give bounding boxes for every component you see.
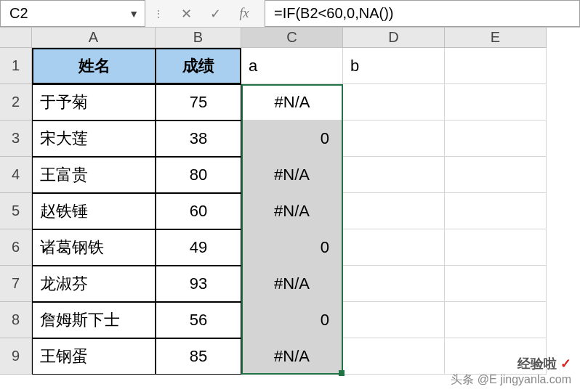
spreadsheet-grid: A B C D E 1 2 3 4 5 6 7 8 9 姓名 成绩 a b <box>0 28 580 375</box>
cell-result[interactable]: 0 <box>241 229 343 266</box>
cell-c1[interactable]: a <box>241 48 343 84</box>
separator-icon: ⋮ <box>145 0 172 27</box>
col-header-e[interactable]: E <box>445 28 547 48</box>
cell-result[interactable]: 0 <box>241 121 343 157</box>
select-all-corner[interactable] <box>0 28 32 48</box>
cell-score[interactable]: 75 <box>156 84 241 121</box>
formula-input[interactable]: =IF(B2<60,0,NA()) <box>265 0 580 27</box>
cell-e7[interactable] <box>445 266 547 302</box>
fx-icon[interactable]: fx <box>230 0 259 27</box>
cell-score[interactable]: 38 <box>156 121 241 157</box>
cell-e3[interactable] <box>445 121 547 157</box>
dropdown-icon[interactable]: ▼ <box>129 8 139 20</box>
row-header-9[interactable]: 9 <box>0 338 32 375</box>
cell-name[interactable]: 赵铁锤 <box>32 193 156 229</box>
row-headers: 1 2 3 4 5 6 7 8 9 <box>0 48 32 375</box>
cell-score[interactable]: 93 <box>156 266 241 302</box>
cell-d1[interactable]: b <box>343 48 445 84</box>
cell-e1[interactable] <box>445 48 547 84</box>
cell-d9[interactable] <box>343 338 445 375</box>
header-score[interactable]: 成绩 <box>156 48 241 84</box>
cell-e6[interactable] <box>445 229 547 266</box>
cell-score[interactable]: 80 <box>156 157 241 193</box>
row-header-3[interactable]: 3 <box>0 121 32 157</box>
cell-result[interactable]: #N/A <box>241 157 343 193</box>
col-header-c[interactable]: C <box>241 28 343 48</box>
cell-d2[interactable] <box>343 84 445 121</box>
check-icon: ✓ <box>560 356 571 371</box>
cell-result[interactable]: 0 <box>241 302 343 338</box>
name-box[interactable]: C2 ▼ <box>0 0 145 27</box>
watermark: 经验啦 ✓ 头条 @E jingyanla.com <box>451 356 571 386</box>
row-header-2[interactable]: 2 <box>0 84 32 121</box>
cell-result[interactable]: #N/A <box>241 266 343 302</box>
cell-score[interactable]: 60 <box>156 193 241 229</box>
row-header-4[interactable]: 4 <box>0 157 32 193</box>
cell-d5[interactable] <box>343 193 445 229</box>
cell-name[interactable]: 诸葛钢铁 <box>32 229 156 266</box>
cell-result[interactable]: #N/A <box>241 193 343 229</box>
cell-reference: C2 <box>9 5 28 22</box>
cells-area: 姓名 成绩 a b 于予菊 75 #N/A 宋大莲 38 0 <box>32 48 547 375</box>
cell-e5[interactable] <box>445 193 547 229</box>
col-header-a[interactable]: A <box>32 28 156 48</box>
cell-name[interactable]: 龙淑芬 <box>32 266 156 302</box>
col-header-d[interactable]: D <box>343 28 445 48</box>
confirm-icon[interactable]: ✓ <box>201 0 230 27</box>
row-header-8[interactable]: 8 <box>0 302 32 338</box>
cell-score[interactable]: 49 <box>156 229 241 266</box>
cancel-icon[interactable]: ✕ <box>172 0 201 27</box>
row-header-1[interactable]: 1 <box>0 48 32 84</box>
cell-result[interactable]: #N/A <box>241 84 343 121</box>
row-header-5[interactable]: 5 <box>0 193 32 229</box>
cell-e4[interactable] <box>445 157 547 193</box>
cell-name[interactable]: 詹姆斯下士 <box>32 302 156 338</box>
cell-result[interactable]: #N/A <box>241 338 343 375</box>
cell-d7[interactable] <box>343 266 445 302</box>
header-name[interactable]: 姓名 <box>32 48 156 84</box>
cell-score[interactable]: 85 <box>156 338 241 375</box>
col-header-b[interactable]: B <box>156 28 241 48</box>
row-header-7[interactable]: 7 <box>0 266 32 302</box>
formula-bar: C2 ▼ ⋮ ✕ ✓ fx =IF(B2<60,0,NA()) <box>0 0 580 28</box>
cell-d3[interactable] <box>343 121 445 157</box>
cell-score[interactable]: 56 <box>156 302 241 338</box>
cell-name[interactable]: 王富贵 <box>32 157 156 193</box>
row-header-6[interactable]: 6 <box>0 229 32 266</box>
cell-name[interactable]: 于予菊 <box>32 84 156 121</box>
cell-d4[interactable] <box>343 157 445 193</box>
cell-e8[interactable] <box>445 302 547 338</box>
column-headers: A B C D E <box>0 28 580 48</box>
cell-e2[interactable] <box>445 84 547 121</box>
cell-d8[interactable] <box>343 302 445 338</box>
cell-name[interactable]: 王钢蛋 <box>32 338 156 375</box>
cell-d6[interactable] <box>343 229 445 266</box>
cell-name[interactable]: 宋大莲 <box>32 121 156 157</box>
formula-text: =IF(B2<60,0,NA()) <box>274 5 394 22</box>
